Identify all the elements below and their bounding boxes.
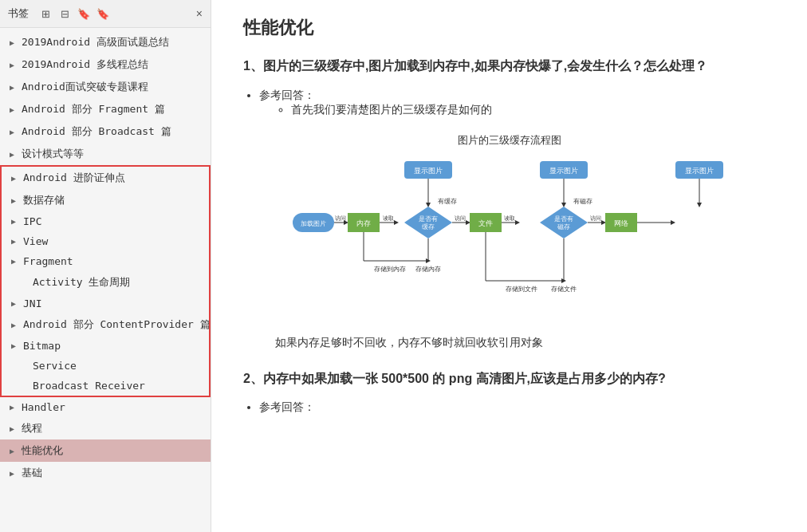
chevron-right-icon: ▶ [10, 38, 18, 47]
sidebar-item-item-4[interactable]: ▶Android 部分 Fragment 篇 [0, 98, 211, 120]
sidebar-header: 书签 ⊞ ⊟ 🔖 🔖 × [0, 0, 211, 28]
svg-text:有磁存: 有磁存 [573, 198, 592, 205]
sidebar-item-item-14[interactable]: ▶Android 部分 ContentProvider 篇 [2, 313, 209, 336]
sidebar-item-label: 基础 [22, 466, 42, 480]
diagram-container: 图片的三级缓存流程图 显示图片 显示图片 显示图片 [243, 133, 775, 317]
sidebar-item-item-5[interactable]: ▶Android 部分 Broadcast 篇 [0, 120, 211, 143]
sidebar-list: ▶2019Android 高级面试题总结▶2019Android 多线程总结▶A… [0, 28, 211, 532]
chevron-right-icon: ▶ [11, 237, 19, 246]
sidebar-icon-4[interactable]: 🔖 [96, 6, 110, 21]
svg-text:加载图片: 加载图片 [301, 220, 326, 227]
sidebar-item-item-10[interactable]: ▶View [2, 231, 209, 251]
sidebar-icon-2[interactable]: ⊟ [57, 6, 72, 21]
sidebar-item-item-21[interactable]: ▶基础 [0, 462, 211, 484]
section-1-answer: 如果内存足够时不回收，内存不够时就回收软引用对象 [275, 333, 775, 353]
sidebar-item-label: View [23, 235, 48, 247]
svg-text:是否有: 是否有 [554, 215, 573, 223]
sidebar-icon-1[interactable]: ⊞ [38, 6, 53, 21]
sidebar-group: ▶Android 进阶证伸点▶数据存储▶IPC▶View▶FragmentAct… [0, 165, 211, 397]
main-content: 性能优化 1、图片的三级缓存中,图片加载到内存中,如果内存快爆了,会发生什么？怎… [211, 0, 807, 532]
sidebar-item-item-7[interactable]: ▶Android 进阶证伸点 [2, 167, 209, 189]
sidebar-item-label: Android 进阶证伸点 [23, 171, 125, 185]
svg-text:是否有: 是否有 [419, 215, 438, 223]
svg-text:显示图片: 显示图片 [549, 167, 578, 175]
sidebar-item-item-1[interactable]: ▶2019Android 高级面试题总结 [0, 31, 211, 53]
section-1-title: 1、图片的三级缓存中,图片加载到内存中,如果内存快爆了,会发生什么？怎么处理？ [243, 56, 775, 77]
chevron-right-icon: ▶ [10, 61, 18, 69]
chevron-right-icon: ▶ [11, 217, 19, 226]
sidebar-title: 书签 [8, 6, 29, 21]
svg-text:存储内存: 存储内存 [415, 266, 441, 273]
svg-text:读取: 读取 [504, 215, 515, 222]
svg-text:存储到内存: 存储到内存 [374, 266, 406, 273]
sidebar-toolbar: ⊞ ⊟ 🔖 🔖 [38, 6, 110, 21]
sidebar-item-label: Activity 生命周期 [33, 275, 130, 290]
chevron-right-icon: ▶ [11, 341, 19, 350]
chevron-right-icon: ▶ [11, 196, 19, 205]
sidebar-icon-3[interactable]: 🔖 [77, 6, 91, 21]
svg-text:存储文件: 存储文件 [551, 286, 577, 293]
sidebar-item-label: IPC [23, 215, 41, 227]
sidebar-item-item-3[interactable]: ▶Android面试突破专题课程 [0, 76, 211, 98]
sidebar-item-item-8[interactable]: ▶数据存储 [2, 189, 209, 211]
svg-text:读取: 读取 [383, 215, 394, 222]
sidebar-item-label: Bitmap [23, 340, 61, 352]
chevron-right-icon: ▶ [10, 128, 18, 136]
sidebar-item-label: Fragment [23, 255, 73, 267]
sidebar-item-label: Broadcast Receiver [33, 380, 145, 392]
chevron-right-icon: ▶ [10, 424, 18, 433]
sub-bullet-1: 首先我们要清楚图片的三级缓存是如何的 [291, 103, 775, 117]
sidebar-item-item-12[interactable]: Activity 生命周期 [2, 271, 209, 294]
chevron-right-icon: ▶ [11, 299, 19, 308]
flowchart: 显示图片 显示图片 显示图片 加载图片 [286, 157, 733, 317]
sidebar-item-item-9[interactable]: ▶IPC [2, 211, 209, 231]
svg-text:磁存: 磁存 [557, 223, 570, 231]
svg-text:缓存: 缓存 [422, 223, 435, 231]
sidebar-item-label: 2019Android 多线程总结 [22, 57, 148, 72]
chevron-right-icon: ▶ [10, 403, 18, 412]
sidebar-item-item-15[interactable]: ▶Bitmap [2, 336, 209, 356]
sidebar-item-label: Android 部分 Broadcast 篇 [22, 124, 171, 139]
sidebar-item-label: Handler [22, 401, 65, 413]
sidebar-item-item-16[interactable]: Service [2, 356, 209, 376]
sidebar-item-label: 线程 [22, 421, 42, 435]
svg-marker-17 [404, 207, 452, 238]
svg-text:文件: 文件 [478, 219, 493, 227]
svg-marker-27 [540, 207, 588, 238]
sidebar-item-label: Android 部分 ContentProvider 篇 [23, 317, 209, 332]
sidebar: 书签 ⊞ ⊟ 🔖 🔖 × ▶2019Android 高级面试题总结▶2019An… [0, 0, 211, 532]
sidebar-item-item-2[interactable]: ▶2019Android 多线程总结 [0, 53, 211, 76]
sidebar-item-label: Service [33, 360, 77, 372]
sidebar-item-item-6[interactable]: ▶设计模式等等 [0, 143, 211, 165]
svg-text:显示图片: 显示图片 [685, 167, 714, 175]
sidebar-item-item-11[interactable]: ▶Fragment [2, 251, 209, 271]
sidebar-item-item-13[interactable]: ▶JNI [2, 294, 209, 313]
sidebar-item-item-18[interactable]: ▶Handler [0, 397, 211, 417]
chevron-right-icon: ▶ [10, 150, 18, 159]
sidebar-item-label: 性能优化 [22, 443, 63, 458]
svg-text:网络: 网络 [614, 219, 628, 227]
sidebar-item-label: 数据存储 [23, 193, 65, 207]
sidebar-item-label: 设计模式等等 [22, 147, 84, 161]
chevron-right-icon: ▶ [10, 105, 18, 114]
svg-text:有缓存: 有缓存 [438, 198, 457, 205]
bullet-2: 参考回答： [259, 400, 775, 415]
section-1: 1、图片的三级缓存中,图片加载到内存中,如果内存快爆了,会发生什么？怎么处理？ … [243, 56, 775, 353]
chevron-right-icon: ▶ [11, 174, 19, 183]
svg-text:显示图片: 显示图片 [414, 167, 443, 175]
sidebar-item-item-20[interactable]: ▶性能优化 [0, 439, 211, 462]
sidebar-item-label: JNI [23, 298, 41, 309]
svg-text:访问: 访问 [455, 215, 466, 221]
chevron-right-icon: ▶ [11, 321, 19, 329]
chevron-right-icon: ▶ [11, 257, 19, 266]
sidebar-item-item-19[interactable]: ▶线程 [0, 417, 211, 439]
section-2-title: 2、内存中如果加载一张 500*500 的 png 高清图片,应该是占用多少的内… [243, 368, 775, 389]
sidebar-item-item-17[interactable]: Broadcast Receiver [2, 376, 209, 396]
svg-text:访问: 访问 [335, 215, 346, 221]
sidebar-item-label: 2019Android 高级面试题总结 [22, 35, 169, 49]
sidebar-close-button[interactable]: × [196, 7, 203, 20]
svg-text:访问: 访问 [590, 215, 601, 221]
sidebar-item-label: Android面试突破专题课程 [22, 80, 148, 94]
diagram-title: 图片的三级缓存流程图 [458, 133, 561, 148]
svg-text:内存: 内存 [356, 219, 371, 227]
